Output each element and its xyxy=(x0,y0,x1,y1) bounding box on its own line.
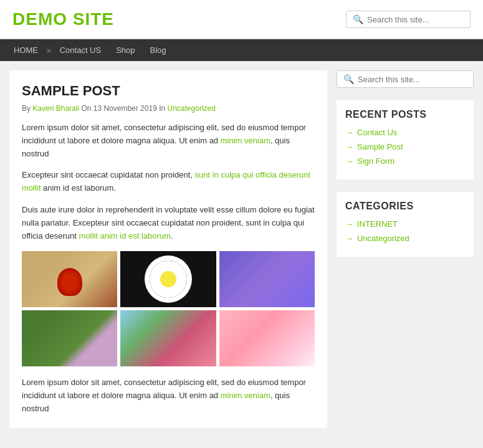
recent-post-contact-us[interactable]: Contact Us xyxy=(357,128,397,137)
meta-by: By xyxy=(22,104,31,113)
list-item: Sign Form xyxy=(345,156,465,166)
nav-link-home[interactable]: HOME xyxy=(6,39,45,61)
para2-link-sunt[interactable]: sunt in culpa qui officia deserunt molli… xyxy=(22,170,310,193)
categories-title: CATEGORIES xyxy=(345,201,465,212)
post-footer-text: Lorem ipsum dolor sit amet, consectetur … xyxy=(22,376,315,415)
recent-posts-section: RECENT POSTS Contact Us Sample Post Sign… xyxy=(337,100,474,179)
category-uncategorized[interactable]: Uncategorized xyxy=(357,234,409,243)
post-para-1: Lorem ipsum dolor sit amet, consectetur … xyxy=(22,122,315,160)
meta-on: On xyxy=(81,104,93,113)
nav-link-contact[interactable]: Contact US xyxy=(52,39,108,61)
recent-post-sign-form[interactable]: Sign Form xyxy=(357,156,395,166)
post-title: SAMPLE POST xyxy=(22,83,315,99)
list-item: Sample Post xyxy=(345,142,465,151)
main-content: SAMPLE POST By Kaveri Bharali On 13 Nove… xyxy=(9,70,327,428)
nav-link-blog[interactable]: Blog xyxy=(143,39,174,61)
nav-item-shop[interactable]: Shop xyxy=(108,39,142,61)
sidebar-search-input[interactable] xyxy=(358,75,467,84)
image-pink-basket xyxy=(22,310,117,366)
post-para-3: Duis aute irure dolor in reprehenderit i… xyxy=(22,204,315,242)
main-nav: HOME » Contact US Shop Blog xyxy=(0,39,483,61)
sidebar: 🔍 RECENT POSTS Contact Us Sample Post Si… xyxy=(337,70,474,428)
list-item: INTERNET xyxy=(345,219,465,229)
image-cherry-blossoms xyxy=(219,310,315,366)
post-content: Lorem ipsum dolor sit amet, consectetur … xyxy=(22,122,315,242)
image-daisy xyxy=(120,251,216,307)
image-purple-flowers xyxy=(219,251,315,307)
post-category[interactable]: Uncategorized xyxy=(168,104,216,113)
list-item: Uncategorized xyxy=(345,234,465,243)
para1-link-minim[interactable]: minim veniam xyxy=(221,136,270,145)
site-title: DEMO SITE xyxy=(12,9,114,29)
header-search-box[interactable]: 🔍 xyxy=(346,11,471,28)
recent-posts-list: Contact Us Sample Post Sign Form xyxy=(345,128,465,166)
footer-link-minim[interactable]: minim veniam xyxy=(221,391,270,400)
nav-item-contact[interactable]: Contact US xyxy=(52,39,108,61)
image-grid xyxy=(22,251,315,366)
list-item: Contact Us xyxy=(345,128,465,137)
recent-posts-title: RECENT POSTS xyxy=(345,109,465,120)
meta-in: In xyxy=(159,104,167,113)
nav-separator: » xyxy=(45,46,52,55)
image-red-flower xyxy=(22,251,117,307)
categories-list: INTERNET Uncategorized xyxy=(345,219,465,243)
sidebar-search-box[interactable]: 🔍 xyxy=(337,70,474,88)
search-icon: 🔍 xyxy=(353,14,363,24)
post-para-2: Excepteur sint occaecat cupidatat non pr… xyxy=(22,169,315,195)
categories-section: CATEGORIES INTERNET Uncategorized xyxy=(337,192,474,257)
para3-link-mollit[interactable]: mollit anim id est laborum xyxy=(79,231,171,241)
content-wrap: SAMPLE POST By Kaveri Bharali On 13 Nove… xyxy=(0,61,483,437)
post-meta: By Kaveri Bharali On 13 November 2019 In… xyxy=(22,104,315,113)
nav-item-home[interactable]: HOME xyxy=(6,39,45,61)
category-internet[interactable]: INTERNET xyxy=(357,219,398,229)
header-search-input[interactable] xyxy=(367,15,464,24)
post-date: 13 November 2019 xyxy=(93,104,157,113)
header: DEMO SITE 🔍 xyxy=(0,0,483,39)
recent-post-sample-post[interactable]: Sample Post xyxy=(357,142,403,151)
nav-link-shop[interactable]: Shop xyxy=(108,39,142,61)
image-pink-flowers-2 xyxy=(120,310,216,366)
post-author[interactable]: Kaveri Bharali xyxy=(32,104,79,113)
nav-item-blog[interactable]: Blog xyxy=(143,39,174,61)
sidebar-search-icon: 🔍 xyxy=(343,74,354,84)
